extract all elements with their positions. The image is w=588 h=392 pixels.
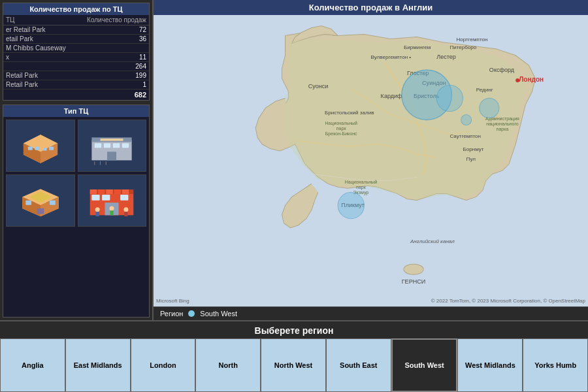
sales-rows: er Retail Park72etail Park36M Chibbs Cau… xyxy=(3,25,149,90)
region-btn-south-east[interactable]: South East xyxy=(326,338,391,392)
svg-rect-39 xyxy=(96,212,99,216)
region-btn-london[interactable]: London xyxy=(131,338,196,392)
svg-point-40 xyxy=(124,207,129,212)
map-section: Количество продаж в Англии xyxy=(154,0,588,320)
svg-text:Брекон-Биконс: Брекон-Биконс xyxy=(325,131,357,137)
svg-text:Кардиф: Кардиф xyxy=(381,93,402,99)
svg-text:Оксфорд: Оксфорд xyxy=(489,67,515,73)
svg-rect-14 xyxy=(107,152,116,160)
table-row[interactable]: Retail Park199 xyxy=(3,71,149,80)
type-section-title: Тип ТЦ xyxy=(3,105,149,117)
svg-text:Нортгемптон: Нортгемптон xyxy=(456,37,487,42)
svg-text:ГЕРНСИ: ГЕРНСИ xyxy=(402,278,426,285)
region-btn-anglia[interactable]: Anglia xyxy=(0,338,65,392)
map-copyright: © 2022 TomTom, © 2023 Microsoft Corporat… xyxy=(431,298,585,304)
svg-text:Питерборо: Питерборо xyxy=(449,44,476,50)
svg-text:парка: парка xyxy=(497,127,509,132)
total-value: 682 xyxy=(135,91,146,99)
svg-rect-13 xyxy=(122,143,129,148)
table-row[interactable]: Retail Park1 xyxy=(3,80,149,90)
svg-point-51 xyxy=(515,78,519,82)
top-section: Количество продаж по ТЦ ТЦ Количество пр… xyxy=(0,0,588,320)
svg-point-73 xyxy=(404,264,423,274)
table-row[interactable]: 264 xyxy=(3,62,149,71)
legend-dot xyxy=(188,310,195,317)
svg-rect-10 xyxy=(95,143,102,148)
svg-text:Английский канал: Английский канал xyxy=(410,238,455,244)
type-grid xyxy=(3,117,149,229)
svg-rect-4 xyxy=(28,146,33,150)
region-btn-south-west[interactable]: South West xyxy=(391,338,458,392)
svg-rect-15 xyxy=(101,139,123,141)
svg-rect-29 xyxy=(90,189,97,194)
svg-point-79 xyxy=(338,192,364,218)
region-btn-east-midlands[interactable]: East Midlands xyxy=(65,338,131,392)
svg-point-38 xyxy=(95,207,100,212)
map-legend: Регион South West xyxy=(154,306,588,320)
svg-text:Вулвергемптон •: Вулвергемптон • xyxy=(371,54,412,60)
table-header: ТЦ Количество продаж xyxy=(3,15,149,25)
table-row[interactable]: er Retail Park72 xyxy=(3,25,149,35)
svg-rect-11 xyxy=(104,143,111,148)
region-btn-north-west[interactable]: North West xyxy=(261,338,326,392)
svg-rect-36 xyxy=(120,194,128,200)
legend-region: South West xyxy=(200,310,237,318)
sales-table-title: Количество продаж по ТЦ xyxy=(3,3,149,15)
svg-rect-25 xyxy=(50,200,56,204)
left-panel: Количество продаж по ТЦ ТЦ Количество пр… xyxy=(0,0,154,320)
svg-text:Бристольский залив: Бристольский залив xyxy=(325,110,374,116)
svg-point-78 xyxy=(480,98,499,118)
svg-rect-5 xyxy=(35,146,39,150)
svg-rect-35 xyxy=(102,194,110,200)
svg-rect-32 xyxy=(114,189,122,194)
svg-rect-30 xyxy=(98,189,105,194)
region-btn-west-midlands[interactable]: West Midlands xyxy=(457,338,523,392)
svg-rect-24 xyxy=(25,200,31,204)
svg-text:Борнмут: Борнмут xyxy=(463,146,484,152)
svg-text:Национальный: Национальный xyxy=(325,121,357,126)
table-row[interactable]: etail Park36 xyxy=(3,35,149,44)
col-sales-header: Количество продаж xyxy=(87,16,146,24)
svg-rect-7 xyxy=(43,148,46,150)
type-item-2[interactable] xyxy=(78,120,147,172)
svg-rect-33 xyxy=(122,189,129,194)
legend-label: Регион xyxy=(160,310,183,318)
svg-point-77 xyxy=(436,85,463,111)
type-section: Тип ТЦ xyxy=(3,105,150,318)
svg-rect-31 xyxy=(106,189,114,194)
svg-text:парк: парк xyxy=(336,126,347,131)
sales-table-section: Количество продаж по ТЦ ТЦ Количество пр… xyxy=(3,3,150,101)
map-watermark: Microsoft Bing xyxy=(156,298,189,304)
region-header: Выберете регион xyxy=(0,321,588,338)
map-container[interactable]: Лестер Бирмингем Питерборо Нортгемптон О… xyxy=(154,15,588,306)
svg-text:Саутгемптон: Саутгемптон xyxy=(449,133,481,139)
map-title: Количество продаж в Англии xyxy=(154,0,588,15)
table-row[interactable]: M Chibbs Causeway xyxy=(3,44,149,53)
table-total-row: 682 xyxy=(3,90,149,100)
svg-text:Бирмингем: Бирмингем xyxy=(404,44,431,50)
svg-rect-12 xyxy=(113,143,120,148)
type-item-1[interactable] xyxy=(6,120,75,172)
type-item-4[interactable] xyxy=(78,174,147,227)
table-row[interactable]: x11 xyxy=(3,53,149,62)
svg-text:Национальный: Национальный xyxy=(345,180,377,185)
svg-text:Лондон: Лондон xyxy=(519,76,544,83)
svg-text:Пул: Пул xyxy=(466,156,476,162)
svg-text:Лестер: Лестер xyxy=(436,54,456,60)
svg-text:парк: парк xyxy=(356,185,367,190)
svg-rect-41 xyxy=(125,212,128,216)
region-btn-yorks-humb[interactable]: Yorks Humb xyxy=(523,338,588,392)
region-btn-north[interactable]: North xyxy=(195,338,261,392)
type-item-3[interactable] xyxy=(6,174,75,227)
col-tc-header: ТЦ xyxy=(6,16,87,24)
svg-text:национального: национального xyxy=(486,122,519,127)
svg-text:Рединг: Рединг xyxy=(476,87,493,93)
svg-rect-26 xyxy=(37,208,44,214)
svg-text:Суонси: Суонси xyxy=(308,83,329,90)
svg-point-80 xyxy=(461,114,472,125)
svg-point-42 xyxy=(110,206,114,210)
region-buttons: AngliaEast MidlandsLondonNorthNorth West… xyxy=(0,338,588,392)
svg-rect-6 xyxy=(49,146,54,150)
total-label xyxy=(6,91,135,99)
svg-rect-43 xyxy=(110,210,114,215)
